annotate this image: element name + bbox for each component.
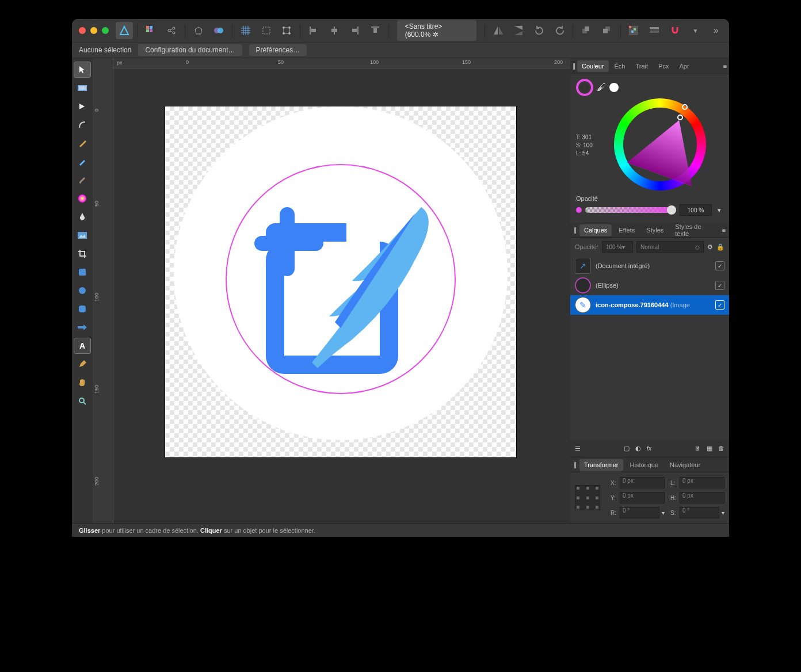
move-tool[interactable]: [74, 62, 91, 78]
pen-tool[interactable]: [74, 135, 91, 151]
arrange-front-icon[interactable]: [578, 22, 595, 39]
color-wheel[interactable]: [614, 98, 706, 190]
artboard[interactable]: [165, 106, 516, 457]
fx-icon[interactable]: fx: [647, 445, 652, 452]
transform-icon[interactable]: [278, 22, 295, 39]
lock-icon[interactable]: 🔒: [716, 243, 724, 251]
tab-text-styles[interactable]: Styles de texte: [670, 221, 719, 239]
zoom-tool[interactable]: [74, 393, 91, 409]
rounded-rect-tool[interactable]: [74, 301, 91, 317]
tab-styles[interactable]: Styles: [642, 224, 668, 236]
align-top-icon[interactable]: [367, 22, 384, 39]
visibility-checkbox[interactable]: ✓: [715, 261, 724, 270]
blend-tool-icon[interactable]: [211, 22, 228, 39]
place-image-tool[interactable]: [74, 227, 91, 243]
brush-tool[interactable]: [74, 172, 91, 188]
snapping-magnet-icon[interactable]: [666, 22, 684, 39]
ellipse-tool[interactable]: [74, 282, 91, 299]
adjustment-icon[interactable]: ◐: [635, 445, 641, 452]
tab-appearance[interactable]: Apr: [674, 60, 693, 72]
app-window: <Sans titre> (600.0% ✲ ▼ » Aucune sélect…: [72, 19, 729, 537]
grid-icon[interactable]: [237, 22, 254, 39]
transform-s-input[interactable]: 0 °: [680, 507, 719, 518]
document-setup-button[interactable]: Configuration du document…: [138, 44, 242, 56]
rotate-cw-icon[interactable]: [551, 22, 569, 39]
tab-history[interactable]: Historique: [625, 459, 663, 471]
opacity-value-input[interactable]: 100 %: [680, 204, 712, 216]
color-picker-icon[interactable]: 🖌: [597, 82, 606, 93]
tab-layers[interactable]: Calques: [579, 224, 612, 236]
new-layer-icon[interactable]: 🗎: [695, 445, 701, 452]
opacity-slider[interactable]: [585, 207, 676, 213]
persona-grid-icon[interactable]: [143, 22, 160, 39]
layers-list: ↗ (Document intégré) ✓ (Ellipse) ✓ ✎ ico…: [570, 256, 729, 315]
hand-tool[interactable]: [74, 375, 91, 391]
opacity-dropdown[interactable]: ▾: [715, 207, 723, 214]
layer-row[interactable]: ✎ icon-compose.79160444 (Image ✓: [570, 295, 729, 315]
layer-thumb-icon: ✎: [575, 297, 591, 313]
transparency-tool[interactable]: [74, 209, 91, 225]
secondary-color-swatch[interactable]: [609, 83, 619, 92]
pixel-grid-icon[interactable]: [625, 22, 643, 39]
layer-row[interactable]: (Ellipse) ✓: [570, 276, 729, 295]
snapping-options-dropdown[interactable]: ▼: [687, 22, 704, 39]
preferences-button[interactable]: Préférences…: [249, 44, 307, 56]
align-right-icon[interactable]: [346, 22, 363, 39]
node-tool[interactable]: [74, 98, 91, 114]
layers-menu-icon[interactable]: ≡: [722, 227, 726, 234]
align-left-icon[interactable]: [305, 22, 322, 39]
tab-swatches[interactable]: Éch: [610, 60, 630, 72]
artboard-tool[interactable]: [74, 80, 91, 96]
guides-icon[interactable]: [258, 22, 275, 39]
flip-v-icon[interactable]: [510, 22, 527, 39]
rectangle-tool[interactable]: [74, 264, 91, 280]
tab-stroke[interactable]: Trait: [631, 60, 653, 72]
ruler-horizontal: px 0 50 100 150 200: [113, 58, 570, 68]
arrange-back-icon[interactable]: [598, 22, 616, 39]
anchor-selector[interactable]: [575, 485, 600, 510]
visibility-checkbox[interactable]: ✓: [715, 281, 724, 290]
align-hcenter-icon[interactable]: [326, 22, 343, 39]
stroke-fill-selector[interactable]: [576, 79, 593, 96]
corner-tool[interactable]: [74, 117, 91, 133]
polygon-tool-icon[interactable]: [190, 22, 207, 39]
layer-row[interactable]: ↗ (Document intégré) ✓: [570, 256, 729, 276]
transform-r-input[interactable]: 0 °: [620, 507, 659, 518]
view-mode-icon[interactable]: [646, 22, 663, 39]
transform-y-input[interactable]: 0 px: [620, 492, 665, 503]
toolbar-overflow-icon[interactable]: »: [707, 22, 724, 39]
canvas[interactable]: 0 50 100 150 200 px 0 50 100 150 200: [93, 58, 570, 523]
minimize-window-icon[interactable]: [90, 27, 97, 34]
fill-tool[interactable]: [74, 190, 91, 207]
delete-layer-icon[interactable]: 🗑: [718, 445, 724, 452]
layers-stack-icon[interactable]: ☰: [575, 445, 581, 452]
svg-rect-25: [371, 26, 379, 28]
svg-line-9: [170, 31, 173, 32]
share-icon[interactable]: [163, 22, 180, 39]
close-window-icon[interactable]: [79, 27, 86, 34]
text-tool[interactable]: A: [74, 338, 91, 354]
transform-h-input[interactable]: 0 px: [680, 492, 724, 503]
pencil-tool[interactable]: [74, 154, 91, 170]
rotate-ccw-icon[interactable]: [531, 22, 548, 39]
transform-x-input[interactable]: 0 px: [620, 477, 665, 488]
mask-icon[interactable]: ▢: [624, 445, 630, 452]
flip-h-icon[interactable]: [490, 22, 507, 39]
document-title[interactable]: <Sans titre> (600.0% ✲: [397, 20, 476, 41]
pixel-layer-icon[interactable]: ▦: [707, 445, 712, 452]
fullscreen-window-icon[interactable]: [102, 27, 109, 34]
tab-effects[interactable]: Effets: [614, 224, 639, 236]
gear-icon[interactable]: ⚙: [707, 243, 713, 251]
transform-w-input[interactable]: 0 px: [680, 477, 724, 488]
visibility-checkbox[interactable]: ✓: [715, 300, 724, 310]
tab-transform[interactable]: Transformer: [579, 459, 623, 471]
crop-tool[interactable]: [74, 246, 91, 262]
panel-menu-icon[interactable]: ≡: [723, 63, 727, 70]
arrow-shape-tool[interactable]: [74, 319, 91, 335]
tab-color[interactable]: Couleur: [577, 60, 609, 72]
layer-opacity-input[interactable]: 100 % ▾: [602, 241, 633, 253]
tab-navigator[interactable]: Navigateur: [665, 459, 705, 471]
blend-mode-select[interactable]: Normal◇: [636, 241, 704, 253]
tab-brushes[interactable]: Pcx: [654, 60, 673, 72]
eyedropper-tool[interactable]: [74, 356, 91, 372]
